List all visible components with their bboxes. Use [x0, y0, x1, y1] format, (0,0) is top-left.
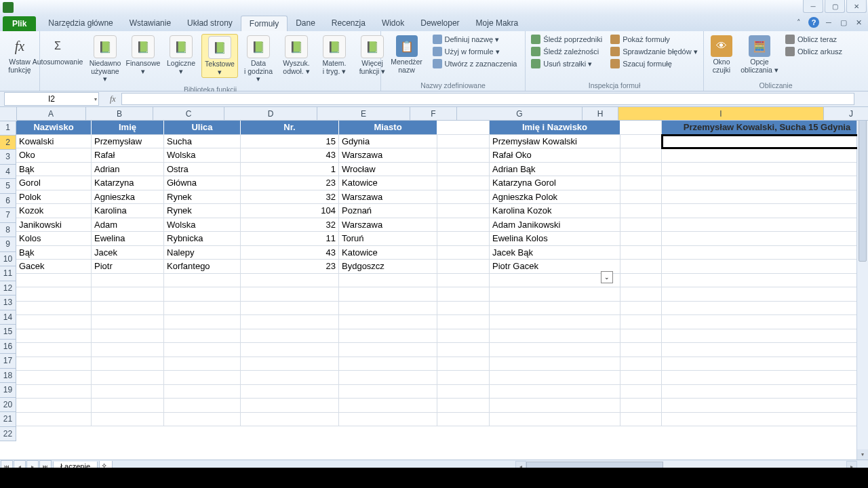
cell-E20[interactable] — [339, 385, 437, 399]
cell-I16[interactable] — [662, 329, 857, 344]
cell-I13[interactable] — [662, 287, 857, 302]
ribbon-item-użyj[interactable]: Użyj w formule ▾ — [430, 46, 520, 57]
cell-G20[interactable] — [490, 385, 620, 399]
tab-widok[interactable]: Widok — [374, 16, 412, 31]
cell-E1[interactable]: Miasto — [339, 121, 437, 135]
cell-D4[interactable]: 1 — [241, 163, 339, 177]
cell-D2[interactable]: 15 — [241, 135, 339, 149]
row-header-12[interactable]: 12 — [0, 281, 16, 296]
cell-F18[interactable] — [437, 357, 490, 371]
cell-D13[interactable] — [241, 287, 339, 302]
cell-I14[interactable] — [662, 302, 857, 316]
cell-E7[interactable]: Poznań — [339, 204, 437, 218]
cell-D12[interactable] — [241, 274, 339, 288]
fn-niedawno[interactable]: 📗Niedawnoużywane ▾ — [87, 34, 123, 85]
cell-F7[interactable] — [437, 204, 490, 218]
ribbon-item-definiuj[interactable]: Definiuj nazwę ▾ — [430, 34, 520, 45]
cell-B11[interactable]: Piotr — [92, 260, 164, 274]
cell-E2[interactable]: Gdynia — [339, 135, 437, 149]
cell-D10[interactable]: 43 — [241, 246, 339, 260]
cell-I18[interactable] — [662, 357, 857, 371]
col-header-D[interactable]: D — [224, 107, 317, 121]
cell-C5[interactable]: Główna — [164, 176, 241, 190]
row-header-16[interactable]: 16 — [0, 340, 16, 354]
cell-H8[interactable] — [620, 218, 662, 232]
row-header-18[interactable]: 18 — [0, 369, 16, 384]
cell-D6[interactable]: 32 — [241, 190, 339, 205]
cell-D7[interactable]: 104 — [241, 204, 339, 218]
cell-C9[interactable]: Rybnicka — [164, 232, 241, 246]
col-header-H[interactable]: H — [583, 107, 618, 121]
cell-G21[interactable] — [490, 399, 620, 413]
cell-C7[interactable]: Rynek — [164, 204, 241, 218]
row-header-22[interactable]: 22 — [0, 427, 16, 442]
cell-F20[interactable] — [437, 385, 490, 399]
fn-wyszuk.[interactable]: 📗Wyszuk.odwoł. ▾ — [279, 34, 314, 77]
cell-I9[interactable] — [662, 232, 857, 246]
tab-narzędzia-główne[interactable]: Narzędzia główne — [40, 16, 121, 31]
cell-C18[interactable] — [164, 357, 241, 371]
cell-B9[interactable]: Ewelina — [92, 232, 164, 246]
fn-finansowe[interactable]: 📗Finansowe▾ — [125, 34, 161, 77]
cell-D14[interactable] — [241, 302, 339, 316]
cell-H11[interactable] — [620, 260, 662, 274]
cell-G8[interactable]: Adam Janikowski — [490, 218, 620, 232]
watch-window-button[interactable]: 👁 Okno czujki — [707, 34, 736, 75]
cell-B5[interactable]: Katarzyna — [92, 176, 164, 190]
cell-B8[interactable]: Adam — [92, 218, 164, 232]
cell-G15[interactable] — [490, 315, 620, 329]
cell-I3[interactable] — [662, 148, 857, 163]
cell-H1[interactable] — [620, 121, 662, 135]
cell-C16[interactable] — [164, 329, 241, 344]
cell-I12[interactable] — [662, 274, 857, 288]
cell-D1[interactable]: Nr. — [241, 121, 339, 135]
cell-E15[interactable] — [339, 315, 437, 329]
name-manager-button[interactable]: 📋 Menedżer nazw — [387, 34, 427, 75]
cell-B3[interactable]: Rafał — [92, 148, 164, 163]
cell-F22[interactable] — [437, 413, 490, 427]
fn-data[interactable]: 📗Datai godzina ▾ — [241, 34, 276, 85]
ribbon-item-sprawdzanie[interactable]: Sprawdzanie błędów ▾ — [608, 46, 701, 57]
cell-E18[interactable] — [339, 357, 437, 371]
fn-tekstowe[interactable]: 📗Tekstowe▾ — [201, 34, 238, 78]
ribbon-item-oblicz[interactable]: Oblicz teraz — [783, 34, 845, 45]
col-header-G[interactable]: G — [457, 107, 583, 121]
cell-G6[interactable]: Agnieszka Polok — [490, 190, 620, 205]
cell-A15[interactable] — [16, 315, 92, 329]
cell-A11[interactable]: Gacek — [16, 260, 92, 274]
row-header-17[interactable]: 17 — [0, 354, 16, 369]
cell-E12[interactable] — [339, 274, 437, 288]
cell-B7[interactable]: Karolina — [92, 204, 164, 218]
cell-F9[interactable] — [437, 232, 490, 246]
cell-A8[interactable]: Janikowski — [16, 218, 92, 232]
cell-H10[interactable] — [620, 246, 662, 260]
cell-H15[interactable] — [620, 315, 662, 329]
cell-A9[interactable]: Kolos — [16, 232, 92, 246]
row-header-15[interactable]: 15 — [0, 325, 16, 340]
ribbon-item-utwórz[interactable]: Utwórz z zaznaczenia — [430, 58, 520, 69]
cell-C2[interactable]: Sucha — [164, 135, 241, 149]
cell-G4[interactable]: Adrian Bąk — [490, 163, 620, 177]
cell-I5[interactable] — [662, 176, 857, 190]
cell-I10[interactable] — [662, 246, 857, 260]
cell-G10[interactable]: Jacek Bąk — [490, 246, 620, 260]
cell-B13[interactable] — [92, 287, 164, 302]
row-header-7[interactable]: 7 — [0, 208, 16, 223]
cell-C3[interactable]: Wolska — [164, 148, 241, 163]
cell-F12[interactable] — [437, 274, 490, 288]
cell-A2[interactable]: Kowalski — [16, 135, 92, 149]
row-header-5[interactable]: 5 — [0, 179, 16, 194]
cell-G18[interactable] — [490, 357, 620, 371]
cell-B22[interactable] — [92, 413, 164, 427]
cell-E13[interactable] — [339, 287, 437, 302]
cell-F3[interactable] — [437, 148, 490, 163]
fn-autosumowanie[interactable]: ΣAutosumowanie — [31, 34, 85, 68]
cell-B18[interactable] — [92, 357, 164, 371]
cell-D11[interactable]: 23 — [241, 260, 339, 274]
cell-B17[interactable] — [92, 343, 164, 357]
cell-I20[interactable] — [662, 385, 857, 399]
cell-C1[interactable]: Ulica — [164, 121, 241, 135]
cell-A1[interactable]: Nazwisko — [16, 121, 92, 135]
cell-I6[interactable] — [662, 190, 857, 205]
cell-D19[interactable] — [241, 371, 339, 385]
